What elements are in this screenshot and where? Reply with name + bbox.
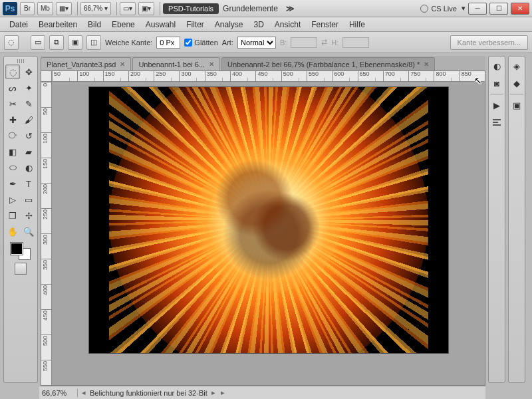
status-message: Belichtung funktioniert nur bei 32-Bit: [90, 389, 207, 397]
right-panels: ◐ ◙ ▶ ◈ ◆ ▣: [488, 56, 528, 383]
window-close-button[interactable]: ✕: [511, 3, 529, 15]
menu-analyse[interactable]: Analyse: [209, 19, 249, 31]
window-minimize-button[interactable]: ─: [468, 3, 487, 15]
swap-wh-icon: ⇄: [321, 38, 327, 47]
dodge-tool-icon[interactable]: ◐: [21, 160, 36, 175]
title-bar: Ps Br Mb ▦▾ 66,7% ▾ ▭▾ ▣▾ PSD-Tutorials …: [0, 0, 532, 17]
selection-intersect-icon[interactable]: ◫: [86, 35, 101, 50]
svg-rect-0: [493, 119, 501, 120]
doc-tab[interactable]: Unbenannt-1 bei 6...✕: [132, 57, 220, 70]
selection-new-icon[interactable]: ▭: [31, 35, 45, 50]
status-prev-icon[interactable]: ◂: [82, 388, 86, 397]
zoom-tool-icon[interactable]: 🔍: [21, 224, 36, 239]
layers-panel-icon[interactable]: ◈: [510, 59, 523, 72]
menu-bearbeiten[interactable]: Bearbeiten: [33, 19, 82, 31]
screenmode-button[interactable]: ▣▾: [138, 2, 154, 15]
history-brush-tool-icon[interactable]: ↺: [21, 128, 36, 143]
3d-tool-icon[interactable]: ❒: [5, 208, 20, 223]
menu-ebene[interactable]: Ebene: [106, 19, 140, 31]
canvas[interactable]: [89, 87, 448, 353]
view-extras-button[interactable]: ▦▾: [56, 2, 72, 15]
move-tool-icon[interactable]: ✥: [21, 65, 36, 79]
selection-add-icon[interactable]: ⧉: [49, 35, 64, 50]
height-label: H:: [331, 39, 338, 47]
actions-panel-icon[interactable]: ▶: [490, 98, 503, 112]
style-select[interactable]: Normal: [237, 37, 276, 49]
height-input: [342, 37, 369, 48]
type-tool-icon[interactable]: T: [21, 176, 36, 191]
gradient-tool-icon[interactable]: ▰: [21, 144, 36, 159]
path-select-tool-icon[interactable]: ▷: [5, 192, 20, 207]
status-menu-icon[interactable]: ▸: [221, 388, 225, 397]
more-workspaces-icon[interactable]: ≫: [282, 4, 299, 13]
arrange-button[interactable]: ▭▾: [120, 2, 136, 15]
menu-hilfe[interactable]: Hilfe: [344, 19, 370, 31]
healing-tool-icon[interactable]: ✚: [5, 112, 20, 127]
foreground-swatch[interactable]: [11, 243, 23, 255]
menu-bild[interactable]: Bild: [82, 19, 106, 31]
document-area: Planet_Variante3.psd✕ Unbenannt-1 bei 6.…: [41, 56, 485, 386]
paragraph-panel-icon[interactable]: [490, 116, 503, 129]
panel-grip-icon[interactable]: [11, 59, 31, 63]
close-tab-icon[interactable]: ✕: [209, 61, 214, 68]
menu-3d[interactable]: 3D: [249, 19, 269, 31]
antialias-checkbox[interactable]: Glätten: [184, 39, 217, 47]
crop-tool-icon[interactable]: ✂: [5, 96, 20, 111]
ruler-vertical[interactable]: 050100150200250300350400450500550: [41, 82, 52, 385]
brush-tool-icon[interactable]: 🖌: [21, 112, 36, 127]
quickselect-tool-icon[interactable]: ✦: [21, 80, 36, 95]
window-maximize-button[interactable]: ☐: [489, 3, 508, 15]
feather-label: Weiche Kante:: [105, 39, 152, 47]
options-bar: ◌ ▭ ⧉ ▣ ◫ Weiche Kante: Glätten Art: Nor…: [0, 32, 532, 53]
feather-input[interactable]: [156, 37, 180, 49]
workspace-tab[interactable]: PSD-Tutorials: [163, 3, 219, 14]
style-label: Art:: [222, 39, 233, 47]
menu-datei[interactable]: Datei: [4, 19, 33, 31]
status-next-icon[interactable]: ▸: [211, 388, 215, 397]
svg-rect-1: [493, 122, 498, 123]
width-input: [291, 37, 317, 48]
menu-ansicht[interactable]: Ansicht: [269, 19, 306, 31]
color-swatches[interactable]: [9, 241, 32, 261]
cslive-icon[interactable]: CS Live ▾: [420, 4, 466, 13]
3dcamera-tool-icon[interactable]: ✢: [21, 208, 36, 223]
blur-tool-icon[interactable]: ⬭: [5, 160, 20, 175]
canvas-viewport[interactable]: [52, 82, 485, 385]
selection-subtract-icon[interactable]: ▣: [68, 35, 82, 50]
eyedropper-tool-icon[interactable]: ✎: [21, 96, 36, 111]
app-icon: Ps: [3, 2, 17, 15]
tools-panel: ◌ ✥ ᔕ ✦ ✂ ✎ ✚ 🖌 ⧂ ↺ ◧ ▰ ⬭ ◐ ✒ T ▷ ▭ ❒ ✢ …: [3, 56, 38, 383]
doc-tab[interactable]: Planet_Variante3.psd✕: [41, 57, 131, 70]
document-tabs: Planet_Variante3.psd✕ Unbenannt-1 bei 6.…: [41, 56, 485, 70]
zoom-level-button[interactable]: 66,7% ▾: [80, 2, 111, 15]
status-bar: 66,67% ◂ Belichtung funktioniert nur bei…: [39, 386, 485, 399]
camera-panel-icon[interactable]: ◙: [490, 76, 503, 90]
marquee-tool-icon[interactable]: ◌: [5, 65, 20, 79]
eraser-tool-icon[interactable]: ◧: [5, 144, 20, 159]
artwork-explosion: [109, 87, 428, 353]
tool-preset-icon[interactable]: ◌: [4, 35, 19, 50]
navigator-panel-icon[interactable]: ▣: [510, 98, 523, 112]
stamp-tool-icon[interactable]: ⧂: [5, 128, 20, 143]
refine-edge-button[interactable]: Kante verbessern...: [450, 35, 528, 50]
minibridge-button[interactable]: Mb: [37, 2, 53, 15]
width-label: B:: [280, 39, 287, 47]
close-tab-icon[interactable]: ✕: [120, 61, 125, 68]
lasso-tool-icon[interactable]: ᔕ: [5, 80, 20, 95]
menu-auswahl[interactable]: Auswahl: [140, 19, 181, 31]
doc-tab[interactable]: Unbenannt-2 bei 66,7% (Farbbalance 1, Eb…: [221, 57, 435, 70]
channels-panel-icon[interactable]: ◆: [510, 76, 523, 90]
menu-filter[interactable]: Filter: [181, 19, 209, 31]
shape-tool-icon[interactable]: ▭: [21, 192, 36, 207]
ruler-origin[interactable]: [41, 71, 52, 82]
status-zoom[interactable]: 66,67%: [42, 389, 78, 397]
ruler-horizontal[interactable]: 5010015020025030035040045050055060065070…: [52, 71, 485, 82]
pen-tool-icon[interactable]: ✒: [5, 176, 20, 191]
close-tab-icon[interactable]: ✕: [424, 61, 429, 68]
bridge-button[interactable]: Br: [20, 2, 35, 15]
hand-tool-icon[interactable]: ✋: [5, 224, 20, 239]
adjustments-panel-icon[interactable]: ◐: [490, 59, 503, 72]
quickmask-button[interactable]: [15, 263, 27, 275]
menu-fenster[interactable]: Fenster: [306, 19, 344, 31]
workspace-name[interactable]: Grundelemente: [219, 4, 282, 13]
